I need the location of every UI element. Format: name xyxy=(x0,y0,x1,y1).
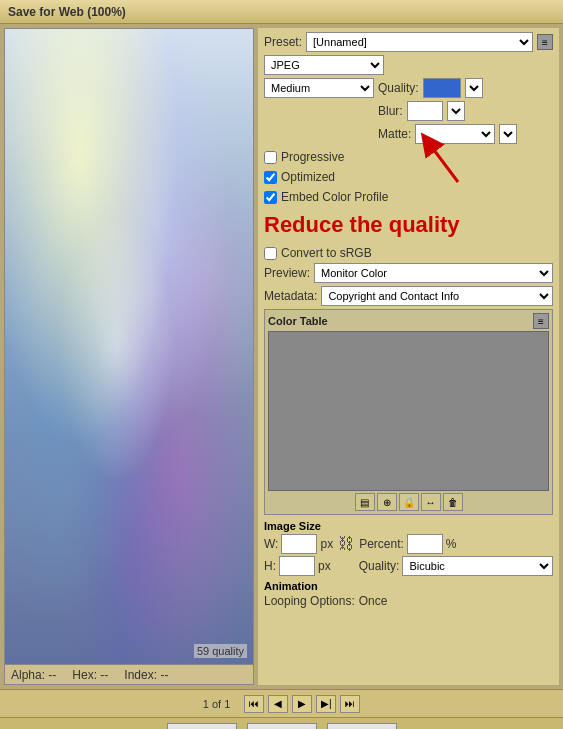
convert-srgb-row: Convert to sRGB xyxy=(264,243,553,263)
ct-add-btn[interactable]: ⊕ xyxy=(377,493,397,511)
format-select[interactable]: JPEG xyxy=(264,55,384,75)
play-btn[interactable]: ▶ xyxy=(292,695,312,713)
height-unit: px xyxy=(318,559,331,573)
ct-map-btn[interactable]: ▤ xyxy=(355,493,375,511)
metadata-label: Metadata: xyxy=(264,289,317,303)
ct-delete-btn[interactable]: 🗑 xyxy=(443,493,463,511)
settings-panel: Preset: [Unnamed] ≡ JPEG Medium Quality:… xyxy=(258,28,559,685)
page-indicator: 1 of 1 xyxy=(203,698,231,710)
ct-lock-btn[interactable]: 🔒 xyxy=(399,493,419,511)
height-label: H: xyxy=(264,559,276,573)
percent-input[interactable]: 100 xyxy=(407,534,443,554)
compression-select[interactable]: Medium xyxy=(264,78,374,98)
preset-select[interactable]: [Unnamed] xyxy=(306,32,533,52)
save-button[interactable]: Save... xyxy=(167,723,237,729)
percent-unit: % xyxy=(446,537,457,551)
matte-row: Matte: ▼ xyxy=(264,124,553,144)
embed-color-checkbox[interactable] xyxy=(264,191,277,204)
prev-frame-btn[interactable]: ◀ xyxy=(268,695,288,713)
looping-label: Looping Options: xyxy=(264,594,355,608)
optimized-checkbox[interactable] xyxy=(264,171,277,184)
width-input[interactable]: 600 xyxy=(281,534,317,554)
animation-section: Animation Looping Options: Once xyxy=(264,578,553,610)
progressive-checkbox[interactable] xyxy=(264,151,277,164)
preset-label: Preset: xyxy=(264,35,302,49)
first-frame-btn[interactable]: ⏮ xyxy=(244,695,264,713)
animation-label: Animation xyxy=(264,580,553,592)
image-size-label: Image Size xyxy=(264,520,553,532)
ct-shift-btn[interactable]: ↔ xyxy=(421,493,441,511)
alpha-status: Alpha: -- xyxy=(11,668,56,682)
preview-image-area: 59 quality xyxy=(5,29,253,664)
metadata-select[interactable]: Copyright and Contact Info xyxy=(321,286,553,306)
quality-label-text: Quality: xyxy=(378,81,419,95)
cancel-button[interactable]: Cancel xyxy=(247,723,317,729)
convert-srgb-checkbox[interactable] xyxy=(264,247,277,260)
quality-input[interactable]: 59 xyxy=(423,78,461,98)
compression-quality-row: Medium Quality: 59 ▼ xyxy=(264,78,553,98)
preview-panel: 59 quality Alpha: -- Hex: -- Index: -- xyxy=(4,28,254,685)
embed-color-label: Embed Color Profile xyxy=(281,190,388,204)
blur-matte-row: Blur: 0 ▼ xyxy=(264,101,553,121)
annotation-text: Reduce the quality xyxy=(264,213,553,237)
progressive-label: Progressive xyxy=(281,150,344,164)
window-title: Save for Web (100%) xyxy=(8,5,126,19)
preview-status: Alpha: -- Hex: -- Index: -- xyxy=(5,664,253,684)
optimized-label: Optimized xyxy=(281,170,335,184)
matte-dropdown[interactable]: ▼ xyxy=(499,124,517,144)
color-table-toolbar: ▤ ⊕ 🔒 ↔ 🗑 xyxy=(268,493,549,511)
color-table-header: Color Table ≡ xyxy=(268,313,549,329)
format-row: JPEG xyxy=(264,55,553,75)
matte-label: Matte: xyxy=(378,127,411,141)
blur-input[interactable]: 0 xyxy=(407,101,443,121)
convert-srgb-label: Convert to sRGB xyxy=(281,246,372,260)
color-table-area xyxy=(268,331,549,491)
width-unit: px xyxy=(320,537,333,551)
title-bar: Save for Web (100%) xyxy=(0,0,563,24)
looping-value: Once xyxy=(359,594,388,608)
progressive-row: Progressive xyxy=(264,147,553,167)
preview-label: Preview: xyxy=(264,266,310,280)
preview-image xyxy=(5,29,253,664)
image-size-section: Image Size W: 600 px ⛓ Percent: 100 % H:… xyxy=(264,518,553,578)
preset-menu-icon[interactable]: ≡ xyxy=(537,34,553,50)
preview-select[interactable]: Monitor Color xyxy=(314,263,553,283)
quality-label: 59 quality xyxy=(194,644,247,658)
optimized-row: Optimized xyxy=(264,167,553,187)
embed-color-row: Embed Color Profile xyxy=(264,187,553,207)
width-label: W: xyxy=(264,537,278,551)
resize-quality-select[interactable]: Bicubic xyxy=(402,556,553,576)
preview-row: Preview: Monitor Color xyxy=(264,263,553,283)
height-input[interactable]: 580 xyxy=(279,556,315,576)
preset-row: Preset: [Unnamed] ≡ xyxy=(264,32,553,52)
index-status: Index: -- xyxy=(124,668,168,682)
blur-label: Blur: xyxy=(378,104,403,118)
hex-status: Hex: -- xyxy=(72,668,108,682)
resize-quality-label: Quality: xyxy=(359,559,400,573)
percent-label: Percent: xyxy=(359,537,404,551)
metadata-row: Metadata: Copyright and Contact Info xyxy=(264,286,553,306)
color-table-label: Color Table xyxy=(268,315,328,327)
last-frame-btn[interactable]: ⏭ xyxy=(340,695,360,713)
done-button[interactable]: Done xyxy=(327,723,397,729)
matte-select[interactable] xyxy=(415,124,495,144)
color-table-menu[interactable]: ≡ xyxy=(533,313,549,329)
quality-dropdown[interactable]: ▼ xyxy=(465,78,483,98)
blur-dropdown[interactable]: ▼ xyxy=(447,101,465,121)
next-frame-btn[interactable]: ▶| xyxy=(316,695,336,713)
